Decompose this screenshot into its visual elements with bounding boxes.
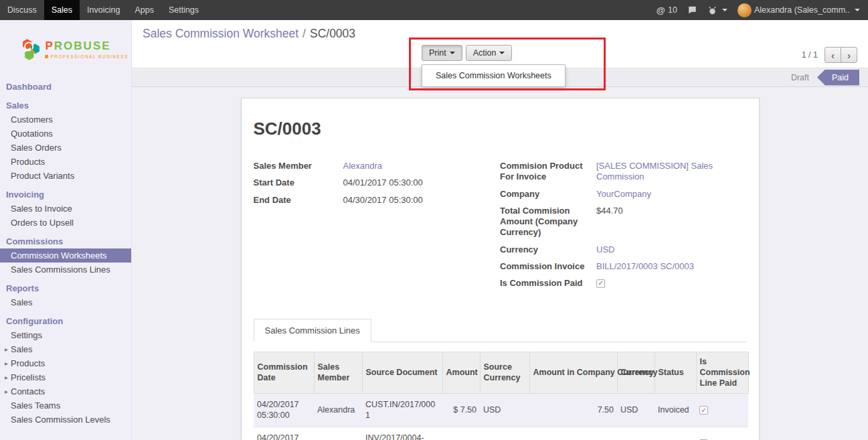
sidebar-item-sales-commission-levels[interactable]: ▸ Sales Commission Levels bbox=[0, 413, 131, 427]
sidebar-item-label: Quotations bbox=[11, 129, 53, 139]
sidebar-item-label: Pricelists bbox=[11, 372, 46, 382]
record-title: SC/0003 bbox=[254, 119, 747, 139]
sidebar-section: Commissions ▸ Commission Worksheets ▸ Sa… bbox=[0, 234, 131, 277]
column-header-commission-date[interactable]: Commission Date bbox=[254, 352, 314, 394]
caret-down-icon bbox=[855, 9, 860, 11]
caret-down-icon bbox=[499, 52, 505, 54]
sidebar-section-items: ▸ Customers ▸ Quotations ▸ Sales Orders … bbox=[0, 113, 131, 183]
sidebar-heading-invoicing[interactable]: Invoicing bbox=[0, 187, 131, 202]
field-value[interactable]: [SALES COMMISSION] Sales Commission bbox=[596, 161, 747, 183]
sidebar-item-label: Products bbox=[11, 157, 45, 167]
chevron-right-icon: ▸ bbox=[5, 372, 8, 382]
column-header-sales-member[interactable]: Sales Member bbox=[314, 352, 362, 394]
sidebar-item-sales[interactable]: ▸ Sales bbox=[0, 342, 131, 356]
sidebar-item-settings[interactable]: ▸ Settings bbox=[0, 328, 131, 342]
form-field: Commision Product For Invoice [SALES COM… bbox=[500, 161, 747, 183]
mention-at-icon: @ bbox=[657, 5, 665, 15]
sidebar-item-products[interactable]: ▸ Products bbox=[0, 155, 131, 169]
topbar-menu-apps[interactable]: Apps bbox=[127, 0, 161, 20]
sidebar-item-sales-teams[interactable]: ▸ Sales Teams bbox=[0, 398, 131, 413]
logo-brand: PROBUSE bbox=[45, 40, 128, 53]
field-value[interactable]: BILL/2017/0003 SC/0003 bbox=[596, 261, 694, 272]
sidebar-item-label: Products bbox=[11, 358, 45, 368]
column-header-status[interactable]: Status bbox=[655, 352, 696, 394]
sidebar-item-label: Customers bbox=[11, 115, 53, 125]
column-header-source-document[interactable]: Source Document bbox=[362, 352, 442, 394]
topbar-menu-invoicing[interactable]: Invoicing bbox=[80, 0, 127, 20]
line-paid-checkbox[interactable] bbox=[699, 406, 708, 415]
is-commission-paid-checkbox[interactable] bbox=[596, 279, 605, 288]
sidebar-item-customers[interactable]: ▸ Customers bbox=[0, 113, 131, 127]
user-menu[interactable]: Alexandra (Sales_comm.. bbox=[737, 3, 860, 17]
tab-sales-commission-lines[interactable]: Sales Commission Lines bbox=[254, 319, 371, 342]
action-button[interactable]: Action bbox=[466, 45, 513, 61]
sidebar-item-sales-orders[interactable]: ▸ Sales Orders bbox=[0, 141, 131, 155]
column-header-amount-in-company-currency[interactable]: Amount in Company Currency bbox=[529, 352, 617, 394]
sidebar-item-pricelists[interactable]: ▸ Pricelists bbox=[0, 370, 131, 384]
logo-subtitle-text: PROFESSIONAL BUSINESS bbox=[50, 54, 128, 59]
table-row[interactable]: 04/20/2017 05:30:00AlexandraCUST.IN/2017… bbox=[254, 394, 748, 427]
app-body: PROBUSE PROFESSIONAL BUSINESS Dashboard … bbox=[0, 20, 868, 440]
field-value[interactable]: YourCompany bbox=[596, 189, 651, 200]
action-buttons: Print Action bbox=[422, 45, 512, 61]
sidebar-item-orders-to-upsell[interactable]: ▸ Orders to Upsell bbox=[0, 216, 131, 230]
caret-down-icon bbox=[722, 9, 727, 11]
sidebar-item-product-variants[interactable]: ▸ Product Variants bbox=[0, 169, 131, 183]
pager-previous-button[interactable]: ‹ bbox=[824, 47, 841, 63]
table-cell: CUST.IN/2017/0001 bbox=[362, 394, 442, 427]
topbar-menu-discuss[interactable]: Discuss bbox=[0, 0, 44, 20]
print-dropdown-item[interactable]: Sales Commission Worksheets bbox=[422, 68, 565, 84]
statusbar-stage-paid[interactable]: Paid bbox=[817, 70, 859, 86]
topbar-menu-settings[interactable]: Settings bbox=[161, 0, 206, 20]
field-value[interactable]: USD bbox=[596, 244, 614, 255]
avatar bbox=[737, 3, 752, 17]
topbar: DiscussSalesInvoicingAppsSettings @ 10 bbox=[0, 0, 868, 20]
table-cell: USD bbox=[617, 427, 655, 440]
sidebar-item-label: Sales Commissions Lines bbox=[11, 265, 110, 275]
form-field: Sales Member Alexandra bbox=[254, 161, 501, 171]
field-value bbox=[596, 278, 605, 289]
field-value[interactable]: Alexandra bbox=[343, 161, 383, 171]
sidebar-item-contacts[interactable]: ▸ Contacts bbox=[0, 384, 131, 398]
print-button[interactable]: Print bbox=[422, 45, 462, 61]
lines-table-head-row: Commission DateSales MemberSource Docume… bbox=[254, 352, 748, 394]
table-row[interactable]: 04/20/2017 05:30:00AlexandraINV/2017/000… bbox=[254, 427, 748, 440]
messages-button[interactable] bbox=[687, 5, 697, 15]
sidebar-heading-sales[interactable]: Sales bbox=[0, 98, 131, 113]
mentions-button[interactable]: @ 10 bbox=[657, 5, 677, 15]
field-label: Currency bbox=[500, 244, 596, 255]
sidebar-item-label: Sales Commission Levels bbox=[11, 415, 110, 425]
sidebar-item-sales[interactable]: ▸ Sales bbox=[0, 295, 131, 309]
debug-menu-button[interactable] bbox=[707, 5, 727, 15]
sidebar-item-quotations[interactable]: ▸ Quotations bbox=[0, 127, 131, 141]
column-header-is-commission-line-paid[interactable]: Is Commission Line Paid bbox=[696, 352, 748, 394]
field-label: End Date bbox=[254, 195, 343, 206]
form-field: Total Commision Amount (Company Currency… bbox=[500, 206, 747, 238]
sidebar-item-commission-worksheets[interactable]: ▸ Commission Worksheets bbox=[0, 248, 131, 263]
sidebar-item-sales-commissions-lines[interactable]: ▸ Sales Commissions Lines bbox=[0, 263, 131, 277]
statusbar-stage-draft[interactable]: Draft bbox=[783, 73, 817, 82]
sidebar-item-sales-to-invoice[interactable]: ▸ Sales to Invoice bbox=[0, 202, 131, 216]
sidebar-item-label: Sales bbox=[11, 344, 33, 354]
sidebar-heading-dashboard[interactable]: Dashboard bbox=[0, 79, 131, 94]
field-label: Total Commision Amount (Company Currency… bbox=[500, 206, 596, 238]
column-header-currency[interactable]: Currency bbox=[617, 352, 655, 394]
column-header-amount[interactable]: Amount bbox=[442, 352, 480, 394]
table-cell bbox=[696, 394, 748, 427]
form-field: End Date 04/30/2017 05:30:00 bbox=[254, 195, 501, 206]
form-right-column: Commision Product For Invoice [SALES COM… bbox=[500, 161, 747, 295]
column-header-source-currency[interactable]: Source Currency bbox=[480, 352, 529, 394]
sidebar-heading-commissions[interactable]: Commissions bbox=[0, 234, 131, 248]
pager-next-button[interactable]: › bbox=[841, 47, 857, 63]
breadcrumb: Sales Commission Worksheet/SC/0003 bbox=[143, 27, 355, 41]
table-cell: INV/2017/0004-SO008 bbox=[362, 427, 442, 440]
form-fields: Sales Member Alexandra Start Date 04/01/… bbox=[254, 161, 747, 295]
pager-value: 1 / 1 bbox=[802, 50, 818, 60]
sidebar-item-label: Product Variants bbox=[11, 171, 74, 181]
sidebar-heading-configuration[interactable]: Configuration bbox=[0, 313, 131, 328]
sidebar-heading-reports[interactable]: Reports bbox=[0, 281, 131, 295]
sidebar-item-products[interactable]: ▸ Products bbox=[0, 356, 131, 370]
breadcrumb-parent-link[interactable]: Sales Commission Worksheet bbox=[143, 27, 298, 40]
topbar-menu-sales[interactable]: Sales bbox=[44, 0, 80, 20]
sidebar-item-label: Sales bbox=[11, 297, 33, 307]
